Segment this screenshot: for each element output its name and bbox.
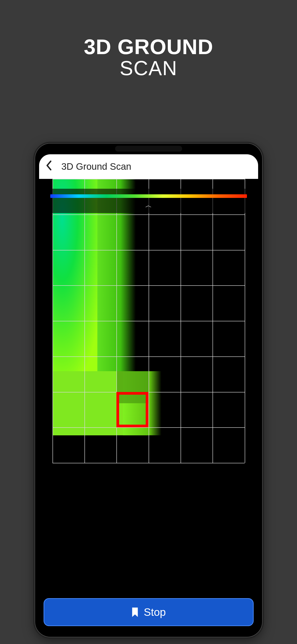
bookmark-icon [131,608,139,617]
promo-title: 3D GROUND SCAN [0,0,297,80]
expand-handle[interactable]: ︿ [50,202,247,209]
app-header: 3D Ground Scan [39,154,258,179]
grid-lines [52,179,245,463]
back-button[interactable] [46,160,52,173]
chevron-left-icon [46,160,52,170]
scan-viewport[interactable]: ︿ Stop [39,179,258,632]
scan-render [52,179,245,463]
phone-screen: 3D Ground Scan [39,154,258,632]
scan-cursor [116,392,148,428]
bottom-bar: Stop [43,598,254,626]
phone-notch [115,146,182,152]
header-title: 3D Ground Scan [61,161,131,172]
phone-frame: 3D Ground Scan [35,143,263,637]
spectrum-bar [50,194,247,198]
stop-button[interactable]: Stop [43,598,254,626]
promo-title-line2: SCAN [0,57,297,80]
promo-title-line1: 3D GROUND [0,35,297,59]
chevron-up-icon: ︿ [145,202,152,209]
color-legend[interactable]: ︿ [43,189,254,213]
stop-button-label: Stop [144,606,166,618]
